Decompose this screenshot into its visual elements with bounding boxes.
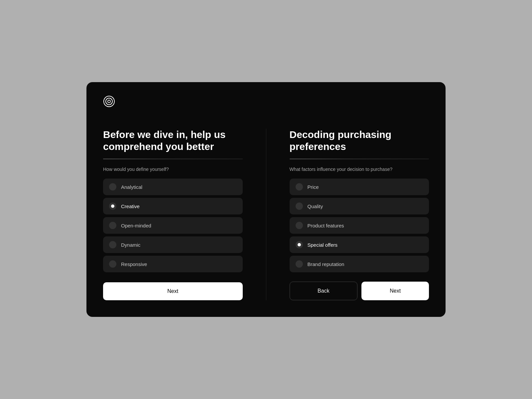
option-product-features-label: Product features (308, 223, 344, 228)
logo-icon (103, 95, 115, 107)
svg-point-1 (106, 98, 112, 105)
left-buttons: Next (103, 282, 243, 300)
option-brand-reputation-label: Brand reputation (308, 261, 344, 267)
right-options-list: Price Quality Product features Special o… (290, 179, 429, 272)
left-next-button[interactable]: Next (103, 282, 243, 300)
left-panel-divider (103, 159, 243, 159)
option-price-label: Price (308, 184, 319, 190)
modal-container: Before we dive in, help us comprehend yo… (86, 82, 446, 317)
radio-creative (109, 202, 116, 210)
radio-brand-reputation (296, 260, 303, 268)
radio-open-minded (109, 222, 116, 229)
option-dynamic-label: Dynamic (121, 242, 140, 248)
option-analytical[interactable]: Analytical (103, 179, 243, 195)
right-buttons: Back Next (290, 282, 429, 300)
option-product-features[interactable]: Product features (290, 217, 429, 234)
right-panel: Decoding purchasing preferences What fac… (290, 129, 429, 300)
option-creative[interactable]: Creative (103, 198, 243, 214)
svg-point-2 (108, 100, 110, 103)
option-brand-reputation[interactable]: Brand reputation (290, 256, 429, 272)
radio-quality (296, 202, 303, 210)
left-panel-subtitle: How would you define yourself? (103, 167, 243, 172)
option-quality[interactable]: Quality (290, 198, 429, 214)
radio-responsive (109, 260, 116, 268)
svg-point-0 (104, 96, 114, 107)
option-creative-label: Creative (121, 203, 140, 209)
radio-product-features (296, 222, 303, 229)
panels-divider (266, 129, 266, 300)
left-panel-title: Before we dive in, help us comprehend yo… (103, 129, 243, 153)
panels-container: Before we dive in, help us comprehend yo… (103, 129, 429, 300)
radio-dynamic (109, 241, 116, 248)
option-analytical-label: Analytical (121, 184, 142, 190)
right-panel-subtitle: What factors influence your decision to … (290, 167, 429, 172)
logo-area (103, 95, 429, 109)
option-responsive[interactable]: Responsive (103, 256, 243, 272)
option-open-minded[interactable]: Open-minded (103, 217, 243, 234)
right-panel-divider (290, 159, 429, 159)
option-price[interactable]: Price (290, 179, 429, 195)
radio-special-offers (296, 241, 303, 248)
radio-analytical (109, 183, 116, 191)
right-panel-title: Decoding purchasing preferences (290, 129, 429, 153)
back-button[interactable]: Back (290, 282, 358, 300)
left-options-list: Analytical Creative Open-minded Dynamic … (103, 179, 243, 273)
option-open-minded-label: Open-minded (121, 223, 151, 228)
radio-price (296, 183, 303, 191)
option-special-offers-label: Special offers (308, 242, 338, 248)
option-dynamic[interactable]: Dynamic (103, 236, 243, 253)
option-quality-label: Quality (308, 203, 323, 209)
option-responsive-label: Responsive (121, 261, 147, 267)
left-panel: Before we dive in, help us comprehend yo… (103, 129, 243, 300)
option-special-offers[interactable]: Special offers (290, 236, 429, 253)
right-next-button[interactable]: Next (361, 282, 429, 300)
